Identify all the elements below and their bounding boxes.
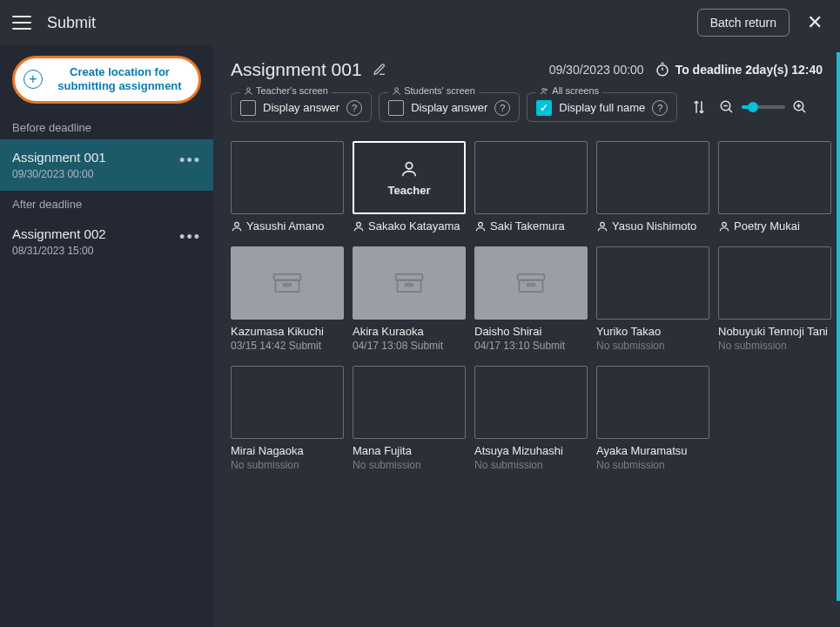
svg-point-10 [479,222,483,226]
card-name: Kazumasa Kikuchi [231,325,324,338]
card-name: Yasuo Nishimoto [612,219,696,233]
display-answer-label: Display answer [411,101,487,115]
submission-card: Kazumasa Kikuchi03/15 14:42 Submit [231,246,344,352]
card-name: Yasushi Amano [246,219,324,233]
person-icon [718,220,730,233]
submission-thumbnail[interactable] [596,141,709,214]
svg-rect-18 [406,284,413,287]
card-name: Atsuya Mizuhashi [474,444,563,457]
submission-thumbnail[interactable] [353,246,466,320]
sort-icon[interactable] [691,99,707,115]
submission-thumbnail[interactable] [718,246,831,320]
card-name: Sakako Katayama [368,219,460,233]
after-deadline-label: After deadline [0,191,213,216]
submission-thumbnail[interactable] [474,141,588,214]
archive-box-icon [394,271,424,295]
submission-thumbnail[interactable] [353,366,466,439]
card-subtext: No submission [231,459,344,471]
submission-thumbnail[interactable]: Teacher [353,141,466,214]
help-icon[interactable]: ? [652,100,668,116]
card-name: Saki Takemura [490,219,565,233]
svg-rect-15 [284,284,292,287]
display-full-name-label: Display full name [559,101,645,115]
display-full-name-checkbox[interactable] [536,100,552,116]
more-options-icon[interactable]: ••• [179,228,201,246]
submission-card: Mirai NagaokaNo submission [231,366,344,471]
submission-card: TeacherSakako Katayama [353,141,466,233]
display-answer-label: Display answer [263,101,339,115]
zoom-in-icon[interactable] [792,99,808,115]
svg-point-9 [357,222,361,226]
topbar: Submit Batch return ✕ [0,0,840,45]
svg-point-3 [542,88,545,91]
submission-card: Akira Kuraoka04/17 13:08 Submit [353,246,466,352]
archive-box-icon [516,271,546,295]
create-location-label: Create location for submitting assignmen… [50,65,190,94]
assignment-title: Assignment 001 [231,59,362,80]
submission-thumbnail[interactable] [596,366,709,439]
svg-rect-17 [396,274,423,280]
svg-point-11 [601,222,605,226]
card-subtext: No submission [718,340,831,352]
submission-card: Yasuo Nishimoto [596,141,709,233]
teacher-person-icon [400,159,419,179]
zoom-out-icon[interactable] [719,99,735,115]
submission-thumbnail[interactable] [474,246,588,320]
zoom-slider[interactable] [742,105,785,109]
edit-pencil-icon[interactable] [373,63,386,77]
students-display-answer-checkbox[interactable] [388,100,404,116]
teacher-screen-group: Teacher's screen Display answer ? [231,92,372,122]
card-subtext: No submission [353,459,466,471]
submission-thumbnail[interactable] [231,246,344,320]
submission-card: Nobuyuki Tennoji TaniNo submission [718,246,831,352]
all-screens-group: All screens Display full name ? [527,92,677,122]
submission-thumbnail[interactable] [596,246,709,320]
submission-thumbnail[interactable] [474,366,588,439]
submission-thumbnail[interactable] [231,366,344,439]
batch-return-button[interactable]: Batch return [697,9,790,37]
close-icon[interactable]: ✕ [802,8,828,37]
sidebar-assignment-002[interactable]: Assignment 002 08/31/2023 15:00 ••• [0,216,213,267]
submission-card: Poetry Mukai [718,141,831,233]
submission-card: Saki Takemura [474,141,588,233]
teacher-display-answer-checkbox[interactable] [240,100,256,116]
archive-box-icon [272,271,302,295]
card-name: Mana Fujita [353,444,412,457]
svg-point-12 [722,222,727,226]
svg-point-8 [406,162,412,168]
submission-card: Mana FujitaNo submission [353,366,466,471]
svg-rect-14 [274,274,301,280]
submission-thumbnail[interactable] [718,141,831,214]
card-name: Ayaka Muramatsu [596,444,688,457]
card-subtext: 04/17 13:10 Submit [474,340,588,352]
scrollbar[interactable] [837,52,840,601]
create-location-button[interactable]: + Create location for submitting assignm… [12,56,201,104]
help-icon[interactable]: ? [494,100,510,116]
person-icon [392,86,401,96]
person-icon [353,220,365,233]
students-screen-group: Students' screen Display answer ? [379,92,520,122]
sidebar-assignment-001[interactable]: Assignment 001 09/30/2023 00:00 ••• [0,139,213,191]
svg-point-2 [395,87,399,91]
assignment-date: 08/31/2023 15:00 [12,245,201,257]
submission-card: Yuriko TakaoNo submission [596,246,709,352]
card-subtext: No submission [596,459,709,471]
teacher-label: Teacher [388,184,431,197]
deadline-countdown: To deadline 2day(s) 12:40 [655,62,823,78]
svg-rect-21 [528,284,535,287]
submission-card: Daisho Shirai04/17 13:10 Submit [474,246,588,352]
due-date: 09/30/2023 00:00 [549,63,644,77]
person-icon [596,220,608,233]
submission-thumbnail[interactable] [231,141,344,214]
page-title: Submit [47,14,697,32]
card-name: Yuriko Takao [596,325,661,338]
hamburger-menu-icon[interactable] [12,16,31,30]
card-name: Daisho Shirai [474,325,541,338]
svg-rect-20 [518,274,545,280]
more-options-icon[interactable]: ••• [179,152,201,170]
card-name: Poetry Mukai [734,219,800,233]
assignment-name: Assignment 002 [12,226,201,241]
help-icon[interactable]: ? [346,100,362,116]
submissions-grid: Yasushi AmanoTeacherSakako KatayamaSaki … [231,141,823,471]
card-subtext: No submission [596,340,709,352]
